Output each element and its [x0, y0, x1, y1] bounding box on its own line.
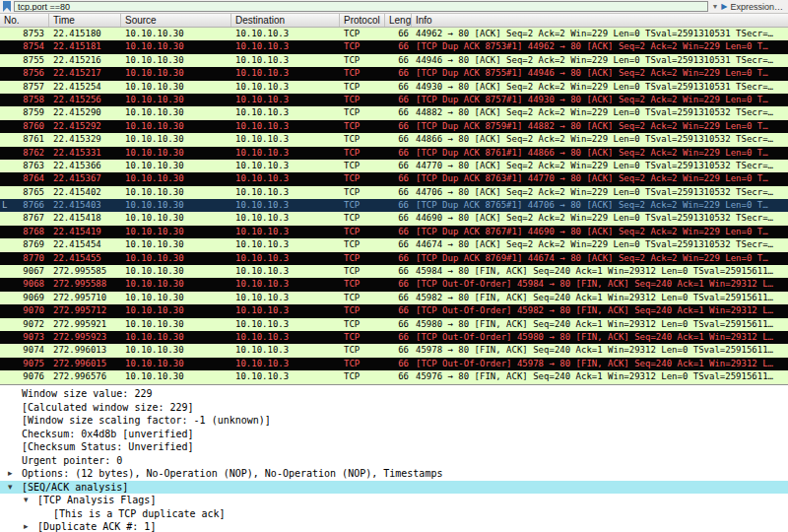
packet-info: [TCP Out-Of-Order] 45980 → 80 [FIN, ACK]…	[412, 331, 788, 344]
packet-row[interactable]: 875522.41521610.10.10.3010.10.10.3TCP664…	[0, 54, 788, 67]
filter-history-dropdown-icon[interactable]: ▼	[711, 1, 718, 12]
packet-destination: 10.10.10.3	[231, 81, 340, 94]
packet-row[interactable]: 9069272.99571010.10.10.3010.10.10.3TCP66…	[0, 292, 788, 304]
packet-length: 66	[385, 186, 412, 199]
packet-time: 272.995921	[49, 318, 121, 331]
detail-line[interactable]: Checksum: 0x4d8b [unverified]	[0, 428, 788, 441]
filter-apply-icon[interactable]: ▶	[721, 1, 727, 12]
packet-time: 22.415290	[49, 106, 121, 119]
packet-info: 44690 → 80 [ACK] Seq=2 Ack=2 Win=229 Len…	[412, 212, 788, 225]
packet-row[interactable]: 9067272.99558510.10.10.3010.10.10.3TCP66…	[0, 265, 788, 278]
packet-time: 22.415402	[49, 186, 121, 199]
column-header-length[interactable]: Length	[385, 14, 412, 27]
packet-row[interactable]: 875722.41525410.10.10.3010.10.10.3TCP664…	[0, 81, 788, 94]
packet-no: 8764	[0, 172, 49, 185]
detail-line[interactable]: ▾[TCP Analysis Flags]	[0, 494, 788, 507]
detail-line[interactable]: [Calculated window size: 229]	[0, 401, 788, 415]
packet-length: 66	[385, 81, 412, 94]
display-filter-input[interactable]	[14, 1, 708, 12]
packet-row[interactable]: 876422.41536710.10.10.3010.10.10.3TCP66[…	[0, 172, 788, 185]
detail-line[interactable]: [Window size scaling factor: -1 (unknown…	[0, 414, 788, 428]
packet-row[interactable]: 9073272.99592310.10.10.3010.10.10.3TCP66…	[0, 331, 788, 344]
packet-row[interactable]: 876822.41541910.10.10.3010.10.10.3TCP66[…	[0, 226, 788, 238]
packet-info: [TCP Dup ACK 8755#1] 44946 → 80 [ACK] Se…	[412, 67, 788, 80]
detail-text: Window size value: 229	[22, 387, 152, 401]
packet-row[interactable]: 9070272.99571210.10.10.3010.10.10.3TCP66…	[0, 304, 788, 317]
packet-length: 66	[385, 265, 412, 278]
column-header-info[interactable]: Info	[412, 14, 788, 27]
detail-line[interactable]: ▾[SEQ/ACK analysis]	[0, 481, 788, 495]
packet-protocol: TCP	[340, 120, 385, 133]
packet-row[interactable]: 876622.41540310.10.10.3010.10.10.3TCP66[…	[0, 199, 788, 212]
packet-destination: 10.10.10.3	[231, 147, 340, 160]
column-header-destination[interactable]: Destination	[231, 14, 340, 27]
packet-row[interactable]: 9075272.99601510.10.10.3010.10.10.3TCP66…	[0, 358, 788, 370]
expression-button[interactable]: Expression…	[730, 2, 785, 12]
expander-open-icon[interactable]: ▾	[24, 494, 37, 507]
packet-row[interactable]: 875922.41529010.10.10.3010.10.10.3TCP664…	[0, 106, 788, 119]
packet-destination: 10.10.10.3	[231, 67, 340, 80]
packet-length: 66	[385, 278, 412, 291]
packet-row[interactable]: 875622.41521710.10.10.3010.10.10.3TCP66[…	[0, 67, 788, 80]
packet-info: [TCP Out-Of-Order] 45978 → 80 [FIN, ACK]…	[412, 358, 788, 370]
packet-row[interactable]: 876522.41540210.10.10.3010.10.10.3TCP664…	[0, 186, 788, 199]
expander-closed-icon[interactable]: ▸	[8, 467, 22, 481]
packet-source: 10.10.10.30	[121, 67, 231, 80]
detail-line[interactable]: ▸Options: (12 bytes), No-Operation (NOP)…	[0, 467, 788, 481]
packet-protocol: TCP	[340, 226, 385, 238]
packet-destination: 10.10.10.3	[231, 331, 340, 344]
packet-row[interactable]: 875322.41518010.10.10.3010.10.10.3TCP664…	[0, 28, 788, 40]
packet-row[interactable]: 876122.41532910.10.10.3010.10.10.3TCP664…	[0, 133, 788, 146]
expander-open-icon[interactable]: ▾	[8, 481, 22, 495]
packet-row[interactable]: 876222.41533110.10.10.3010.10.10.3TCP66[…	[0, 147, 788, 160]
packet-no: 8766	[0, 199, 49, 212]
detail-line[interactable]: Urgent pointer: 0	[0, 454, 788, 468]
expander-spacer	[8, 401, 22, 415]
packet-destination: 10.10.10.3	[231, 28, 340, 40]
column-header-no[interactable]: No.	[0, 14, 49, 27]
packet-no: 8759	[0, 106, 49, 119]
expander-closed-icon[interactable]: ▸	[24, 520, 37, 532]
packet-list-header: No.TimeSourceDestinationProtocolLengthIn…	[0, 14, 788, 28]
packet-source: 10.10.10.30	[121, 212, 231, 225]
packet-length: 66	[385, 106, 412, 119]
detail-line[interactable]: [Checksum Status: Unverified]	[0, 440, 788, 454]
packet-no: 9068	[0, 278, 49, 291]
packet-info: [TCP Dup ACK 8761#1] 44866 → 80 [ACK] Se…	[412, 147, 788, 160]
related-packet-marker: L	[2, 199, 7, 213]
detail-text: [Checksum Status: Unverified]	[22, 440, 194, 454]
packet-no: 9069	[0, 292, 49, 304]
column-header-source[interactable]: Source	[121, 14, 231, 27]
packet-info: [TCP Dup ACK 8753#1] 44962 → 80 [ACK] Se…	[412, 40, 788, 53]
detail-line[interactable]: [This is a TCP duplicate ack]	[0, 507, 788, 521]
column-header-protocol[interactable]: Protocol	[340, 14, 385, 27]
packet-row[interactable]: 9068272.99558810.10.10.3010.10.10.3TCP66…	[0, 278, 788, 291]
packet-protocol: TCP	[340, 199, 385, 212]
packet-row[interactable]: 876022.41529210.10.10.3010.10.10.3TCP66[…	[0, 120, 788, 133]
column-header-time[interactable]: Time	[49, 14, 121, 27]
packet-protocol: TCP	[340, 358, 385, 370]
packet-protocol: TCP	[340, 54, 385, 67]
packet-source: 10.10.10.30	[121, 278, 231, 291]
packet-row[interactable]: 9074272.99601310.10.10.3010.10.10.3TCP66…	[0, 344, 788, 357]
packet-row[interactable]: 876322.41536610.10.10.3010.10.10.3TCP664…	[0, 160, 788, 172]
detail-line[interactable]: Window size value: 229	[0, 387, 788, 401]
packet-info: 44882 → 80 [ACK] Seq=2 Ack=2 Win=229 Len…	[412, 106, 788, 119]
packet-row[interactable]: 875822.41525610.10.10.3010.10.10.3TCP66[…	[0, 94, 788, 106]
packet-info: [TCP Dup ACK 8759#1] 44882 → 80 [ACK] Se…	[412, 120, 788, 133]
packet-row[interactable]: 876922.41545410.10.10.3010.10.10.3TCP664…	[0, 238, 788, 251]
detail-line[interactable]: ▸[Duplicate ACK #: 1]	[0, 520, 788, 532]
packet-row[interactable]: 877022.41545510.10.10.3010.10.10.3TCP66[…	[0, 252, 788, 265]
packet-row[interactable]: 9076272.99657610.10.10.3010.10.10.3TCP66…	[0, 370, 788, 383]
packet-time: 22.415181	[49, 40, 121, 53]
packet-row[interactable]: 876722.41541810.10.10.3010.10.10.3TCP664…	[0, 212, 788, 225]
packet-time: 22.415455	[49, 252, 121, 265]
packet-time: 22.415331	[49, 147, 121, 160]
packet-time: 22.415292	[49, 120, 121, 133]
packet-no: 9075	[0, 358, 49, 370]
detail-text: Checksum: 0x4d8b [unverified]	[22, 428, 194, 441]
packet-row[interactable]: 875422.41518110.10.10.3010.10.10.3TCP66[…	[0, 40, 788, 53]
packet-time: 22.415367	[49, 172, 121, 185]
packet-row[interactable]: 9072272.99592110.10.10.3010.10.10.3TCP66…	[0, 318, 788, 331]
filter-bookmark-icon[interactable]	[3, 1, 11, 12]
